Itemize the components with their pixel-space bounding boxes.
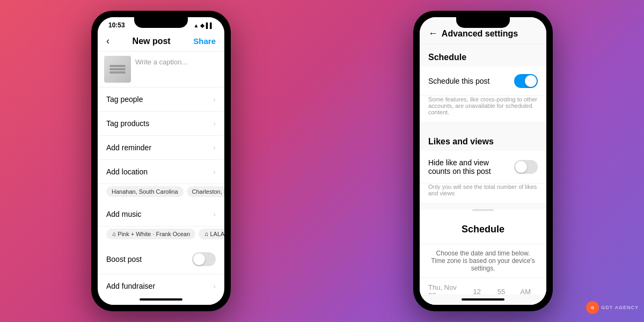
schedule-this-post-row[interactable]: Schedule this post	[420, 67, 546, 96]
status-icons: ▲ ◆ ▌▌	[193, 23, 214, 28]
add-location-label: Add location	[106, 167, 148, 176]
advanced-screen: Schedule Schedule this post Some feature…	[420, 44, 546, 294]
status-time: 10:53	[108, 21, 125, 29]
post-thumbnail	[104, 56, 131, 83]
hide-like-row[interactable]: Hide like and view counts on this post	[420, 151, 546, 184]
add-fundraiser-item[interactable]: Add fundraiser ›	[98, 274, 224, 294]
toggle-knob	[515, 161, 527, 173]
tag-products-label: Tag products	[106, 119, 149, 128]
chevron-icon: ›	[213, 167, 216, 176]
boost-post-item[interactable]: Boost post	[98, 245, 224, 274]
schedule-time-card: Schedule Choose the date and time below.…	[420, 209, 546, 294]
hide-like-note: Only you will see the total number of li…	[420, 184, 546, 203]
back-button-right[interactable]: ←	[428, 28, 438, 39]
left-screen: 10:53 ▲ ◆ ▌▌ ‹ New post Share Write a ca…	[98, 17, 224, 305]
chevron-icon: ›	[213, 282, 216, 290]
schedule-section-header: Schedule	[420, 44, 546, 67]
toggle-knob	[525, 75, 537, 87]
thumb-line-3	[109, 71, 126, 74]
hide-like-toggle[interactable]	[514, 160, 538, 174]
chevron-icon: ›	[213, 119, 216, 128]
nav-bar: ‹ New post Share	[98, 31, 224, 52]
add-location-item[interactable]: Add location ›	[98, 160, 224, 184]
location-tags-row: Hanahan, South Carolina Charleston, Sout…	[98, 184, 224, 202]
hide-like-label: Hide like and view counts on this post	[428, 158, 514, 175]
divider-line	[472, 209, 494, 211]
page-title: New post	[133, 36, 171, 46]
music-tags-row: ♫ Pink + White · Frank Ocean ♫ LALA · My…	[98, 226, 224, 245]
tp-hour-1: 12	[465, 288, 489, 295]
right-screen: ← Advanced settings Schedule Schedule th…	[420, 17, 546, 305]
notch	[456, 17, 510, 28]
right-phone: ← Advanced settings Schedule Schedule th…	[413, 11, 553, 311]
notch	[134, 17, 188, 28]
watermark-text: GDT AGENCY	[601, 305, 639, 310]
boost-toggle[interactable]	[192, 252, 216, 266]
toggle-knob	[193, 253, 205, 265]
add-reminder-label: Add reminder	[106, 143, 151, 152]
tp-date-1: Thu, Nov 02	[428, 283, 465, 294]
home-bar-right	[462, 298, 504, 301]
schedule-title: Schedule	[420, 215, 546, 244]
home-indicator-right	[420, 294, 546, 305]
schedule-this-post-label: Schedule this post	[428, 77, 514, 85]
add-music-label: Add music	[106, 210, 141, 218]
tp-ampm-1: AM	[514, 288, 538, 295]
watermark: G GDT AGENCY	[586, 301, 639, 314]
schedule-note: Some features, like cross-posting to oth…	[420, 96, 546, 122]
caption-input[interactable]: Write a caption...	[135, 56, 218, 83]
add-fundraiser-label: Add fundraiser	[106, 282, 155, 290]
schedule-toggle[interactable]	[514, 74, 538, 88]
music-tag-2[interactable]: ♫ LALA · Myke Tow...	[199, 229, 224, 239]
tp-min-1: 55	[489, 288, 513, 295]
add-reminder-item[interactable]: Add reminder ›	[98, 136, 224, 160]
tag-people-item[interactable]: Tag people ›	[98, 87, 224, 112]
schedule-desc: Choose the date and time below. Time zon…	[420, 244, 546, 278]
chevron-icon: ›	[213, 95, 216, 104]
schedule-card: Schedule this post Some features, like c…	[420, 67, 546, 122]
home-indicator	[98, 294, 224, 305]
chevron-icon: ›	[213, 210, 216, 218]
add-music-item[interactable]: Add music ›	[98, 202, 224, 226]
watermark-logo: G	[586, 301, 599, 314]
location-tag-1[interactable]: Hanahan, South Carolina	[106, 186, 184, 197]
page-title-right: Advanced settings	[442, 29, 518, 39]
likes-views-header: Likes and views	[420, 128, 546, 151]
music-tag-1[interactable]: ♫ Pink + White · Frank Ocean	[106, 229, 195, 239]
time-row-1[interactable]: Thu, Nov 02 12 55 AM	[420, 278, 546, 294]
menu-list: Tag people › Tag products › Add reminder…	[98, 87, 224, 294]
boost-post-label: Boost post	[106, 255, 142, 264]
chevron-icon: ›	[213, 143, 216, 152]
location-tag-2[interactable]: Charleston, South Carolin...	[187, 186, 224, 197]
tag-products-item[interactable]: Tag products ›	[98, 112, 224, 136]
post-header: Write a caption...	[98, 52, 224, 87]
left-phone: 10:53 ▲ ◆ ▌▌ ‹ New post Share Write a ca…	[91, 11, 231, 311]
likes-card: Hide like and view counts on this post O…	[420, 151, 546, 203]
tag-people-label: Tag people	[106, 95, 143, 104]
back-button[interactable]: ‹	[106, 35, 109, 47]
home-bar	[140, 298, 182, 301]
thumb-line-1	[109, 65, 126, 67]
share-button[interactable]: Share	[193, 36, 216, 46]
thumb-line-2	[109, 68, 126, 70]
